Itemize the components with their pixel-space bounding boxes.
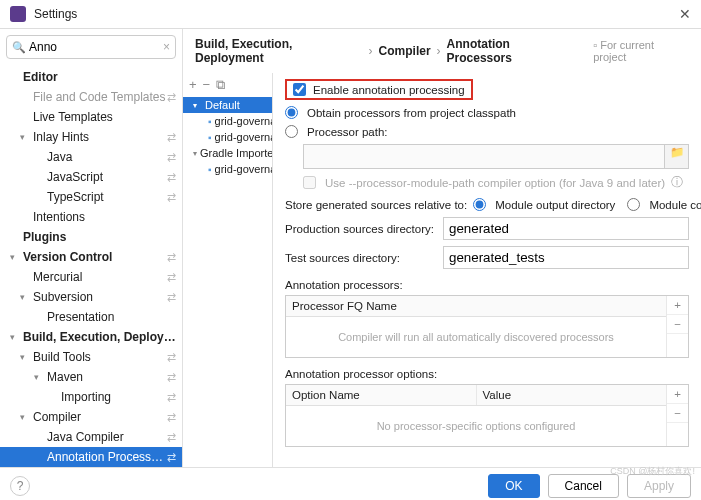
enable-annotation-highlight: Enable annotation processing	[285, 79, 473, 100]
help-button[interactable]: ?	[10, 476, 30, 496]
sidebar-item[interactable]: Java⇄	[0, 147, 182, 167]
sidebar-item[interactable]: TypeScript⇄	[0, 187, 182, 207]
sidebar-item-label: JavaScript	[47, 170, 167, 184]
copy-profile-icon[interactable]: ⧉	[216, 77, 225, 93]
sidebar-item[interactable]: Intentions	[0, 207, 182, 227]
toggle-icon[interactable]: ⇄	[167, 131, 176, 144]
sidebar-item[interactable]: ▾Compiler⇄	[0, 407, 182, 427]
sidebar-item[interactable]: Plugins	[0, 227, 182, 247]
content: Build, Execution, Deployment › Compiler …	[183, 29, 701, 467]
toggle-icon[interactable]: ⇄	[167, 351, 176, 364]
sidebar-item[interactable]: Presentation	[0, 307, 182, 327]
remove-profile-icon[interactable]: −	[203, 77, 211, 93]
profile-item[interactable]: ▪grid-governa	[183, 129, 272, 145]
toggle-icon[interactable]: ⇄	[167, 411, 176, 424]
toggle-icon[interactable]: ⇄	[167, 451, 176, 464]
sidebar-item[interactable]: Editor	[0, 67, 182, 87]
sidebar-item[interactable]: Annotation Processors⇄	[0, 447, 182, 467]
enable-annotation-label: Enable annotation processing	[313, 84, 465, 96]
ok-button[interactable]: OK	[488, 474, 539, 498]
sidebar-item-label: TypeScript	[47, 190, 167, 204]
processor-path-input[interactable]	[303, 144, 665, 169]
sidebar-item[interactable]: ▾Maven⇄	[0, 367, 182, 387]
profile-item[interactable]: ▾Default	[183, 97, 272, 113]
options-section-label: Annotation processor options:	[285, 368, 689, 380]
chevron-icon: ▾	[20, 292, 30, 302]
search-input[interactable]	[6, 35, 176, 59]
add-option-icon[interactable]: +	[667, 385, 688, 404]
remove-processor-icon[interactable]: −	[667, 315, 688, 334]
sidebar-item-label: Live Templates	[33, 110, 176, 124]
module-output-radio[interactable]	[473, 198, 486, 211]
scope-tag: ▫ For current project	[593, 39, 689, 63]
toggle-icon[interactable]: ⇄	[167, 291, 176, 304]
sidebar-item[interactable]: ▾Subversion⇄	[0, 287, 182, 307]
sidebar-item[interactable]: JavaScript⇄	[0, 167, 182, 187]
toggle-icon[interactable]: ⇄	[167, 191, 176, 204]
breadcrumb-part[interactable]: Annotation Processors	[447, 37, 578, 65]
sidebar-item[interactable]: ▾Version Control⇄	[0, 247, 182, 267]
add-profile-icon[interactable]: +	[189, 77, 197, 93]
module-path-label: Use --processor-module-path compiler opt…	[325, 177, 665, 189]
processor-path-label: Processor path:	[307, 126, 388, 138]
watermark: CSDN @杨村你喜欢!	[610, 465, 695, 478]
chevron-icon: ▾	[34, 372, 44, 382]
options-table: Option Name Value No processor-specific …	[285, 384, 689, 447]
sidebar-item[interactable]: Importing⇄	[0, 387, 182, 407]
enable-annotation-checkbox[interactable]	[293, 83, 306, 96]
close-icon[interactable]: ✕	[679, 6, 691, 22]
toggle-icon[interactable]: ⇄	[167, 171, 176, 184]
toggle-icon[interactable]: ⇄	[167, 271, 176, 284]
sidebar-item-label: Presentation	[47, 310, 176, 324]
processor-path-radio[interactable]	[285, 125, 298, 138]
sidebar-item-label: Intentions	[33, 210, 176, 224]
add-processor-icon[interactable]: +	[667, 296, 688, 315]
module-icon: ▪	[208, 164, 212, 175]
obtain-classpath-radio[interactable]	[285, 106, 298, 119]
toggle-icon[interactable]: ⇄	[167, 391, 176, 404]
browse-icon[interactable]: 📁	[665, 144, 689, 169]
toggle-icon[interactable]: ⇄	[167, 91, 176, 104]
module-output-label: Module output directory	[495, 199, 615, 211]
sidebar-item-label: Version Control	[23, 250, 167, 264]
sidebar-item[interactable]: ▾Build Tools⇄	[0, 347, 182, 367]
chevron-icon: ▾	[193, 149, 197, 158]
toggle-icon[interactable]: ⇄	[167, 251, 176, 264]
processors-table: Processor FQ Name Compiler will run all …	[285, 295, 689, 358]
toggle-icon[interactable]: ⇄	[167, 431, 176, 444]
sidebar-item-label: Plugins	[23, 230, 176, 244]
sidebar-item[interactable]: File and Code Templates⇄	[0, 87, 182, 107]
options-empty: No processor-specific options configured	[286, 406, 666, 446]
sidebar-item[interactable]: Mercurial⇄	[0, 267, 182, 287]
clear-icon[interactable]: ×	[163, 40, 170, 54]
breadcrumb-part[interactable]: Build, Execution, Deployment	[195, 37, 363, 65]
profile-item[interactable]: ▪grid-governa	[183, 161, 272, 177]
prod-dir-label: Production sources directory:	[285, 223, 435, 235]
help-icon[interactable]: ⓘ	[671, 175, 683, 190]
cancel-button[interactable]: Cancel	[548, 474, 619, 498]
sidebar-item-label: Java	[47, 150, 167, 164]
sidebar-item-label: File and Code Templates	[33, 90, 167, 104]
toggle-icon[interactable]: ⇄	[167, 371, 176, 384]
sidebar-item[interactable]: ▾Inlay Hints⇄	[0, 127, 182, 147]
profile-item[interactable]: ▾Gradle Imported	[183, 145, 272, 161]
sidebar: 🔍 × EditorFile and Code Templates⇄Live T…	[0, 29, 183, 467]
profiles-toolbar: + − ⧉	[183, 73, 272, 97]
profile-tree: ▾Default▪grid-governa▪grid-governa▾Gradl…	[183, 97, 272, 467]
module-icon: ▪	[208, 132, 212, 143]
module-content-radio[interactable]	[627, 198, 640, 211]
breadcrumb-part[interactable]: Compiler	[379, 44, 431, 58]
remove-option-icon[interactable]: −	[667, 404, 688, 423]
prod-dir-input[interactable]	[443, 217, 689, 240]
toggle-icon[interactable]: ⇄	[167, 151, 176, 164]
sidebar-item-label: Maven	[47, 370, 167, 384]
sidebar-item-label: Editor	[23, 70, 176, 84]
profile-label: Gradle Imported	[200, 147, 272, 159]
profile-item[interactable]: ▪grid-governa	[183, 113, 272, 129]
sidebar-item[interactable]: ▾Build, Execution, Deployment	[0, 327, 182, 347]
footer: ? OK Cancel Apply	[0, 467, 701, 500]
test-dir-input[interactable]	[443, 246, 689, 269]
sidebar-item[interactable]: Live Templates	[0, 107, 182, 127]
sidebar-item[interactable]: Java Compiler⇄	[0, 427, 182, 447]
chevron-icon: ▾	[10, 252, 20, 262]
